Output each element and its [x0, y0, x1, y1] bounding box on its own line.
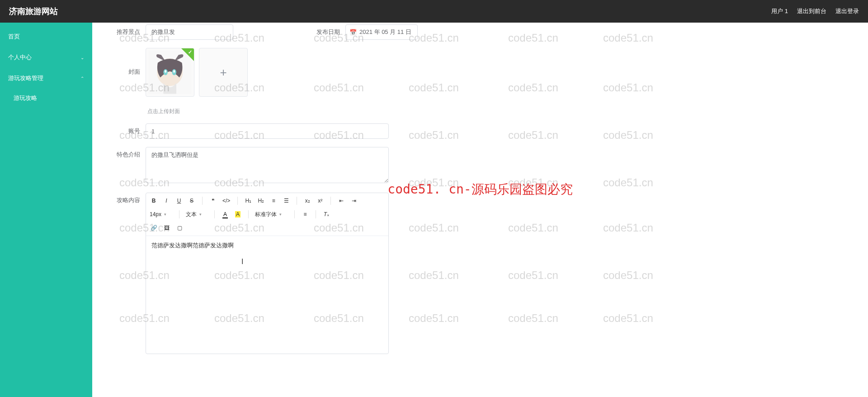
superscript-button[interactable]: x²: [316, 196, 324, 206]
bold-button[interactable]: B: [150, 196, 158, 206]
svg-point-5: [174, 70, 175, 73]
font-family-select[interactable]: 标准字体: [255, 211, 288, 218]
plus-icon: +: [220, 66, 226, 80]
publish-date-label: 发布日期: [306, 28, 345, 36]
unordered-list-button[interactable]: ☰: [282, 196, 290, 206]
ordered-list-button[interactable]: ≡: [269, 196, 278, 206]
check-icon: ✓: [188, 49, 192, 55]
bg-color-button[interactable]: A: [234, 209, 242, 219]
editor-content-area[interactable]: 范德萨发达撒啊范德萨发达撒啊: [146, 236, 388, 354]
sidebar-item-personal[interactable]: 个人中心 ⌄: [0, 47, 92, 68]
feature-textarea[interactable]: [146, 147, 389, 183]
outdent-button[interactable]: ⇥: [350, 196, 358, 206]
recommend-input[interactable]: [146, 24, 233, 40]
cover-hint: 点击上传封面: [147, 108, 248, 115]
cover-upload-add[interactable]: +: [199, 48, 248, 97]
topbar-actions: 用户 1 退出到前台 退出登录: [771, 7, 859, 15]
indent-button[interactable]: ⇤: [337, 196, 345, 206]
calendar-icon: 📅: [349, 29, 357, 36]
exit-front-link[interactable]: 退出到前台: [797, 7, 826, 15]
content-label: 攻略内容: [106, 193, 146, 204]
account-input[interactable]: [146, 123, 389, 139]
video-button[interactable]: ▢: [175, 223, 184, 233]
rich-text-editor: B I U S ❝ </> H₁ H₂ ≡ ☰ x₂ x²: [146, 193, 389, 354]
font-color-button[interactable]: A: [221, 209, 229, 219]
sidebar: 首页 个人中心 ⌄ 游玩攻略管理 ⌃ 游玩攻略: [0, 23, 92, 397]
site-title: 济南旅游网站: [9, 6, 58, 17]
chevron-down-icon: ⌄: [80, 55, 84, 60]
quote-button[interactable]: ❝: [209, 196, 217, 206]
subscript-button[interactable]: x₂: [303, 196, 311, 206]
link-button[interactable]: 🔗: [150, 223, 158, 233]
feature-label: 特色介绍: [106, 147, 146, 159]
align-button[interactable]: ≡: [301, 209, 309, 219]
cover-thumbnail-uploaded[interactable]: ✓: [146, 48, 194, 97]
h2-button[interactable]: H₂: [257, 196, 265, 206]
underline-button[interactable]: U: [175, 196, 183, 206]
strike-button[interactable]: S: [188, 196, 196, 206]
h1-button[interactable]: H₁: [244, 196, 252, 206]
account-label: 账号: [106, 123, 146, 135]
topbar: 济南旅游网站 用户 1 退出到前台 退出登录: [0, 0, 868, 23]
svg-point-4: [165, 70, 167, 73]
font-type-select[interactable]: 文本: [186, 211, 208, 218]
italic-button[interactable]: I: [162, 196, 170, 206]
cover-label: 封面: [106, 48, 146, 76]
logout-link[interactable]: 退出登录: [835, 7, 859, 15]
clear-format-button[interactable]: Tₓ: [322, 209, 330, 219]
sidebar-item-strategy-mgmt[interactable]: 游玩攻略管理 ⌃: [0, 68, 92, 89]
main-content: 推荐景点 发布日期 📅 2021 年 05 月 11 日 封面: [92, 23, 868, 397]
code-button[interactable]: </>: [222, 196, 231, 206]
font-size-select[interactable]: 14px: [150, 211, 173, 217]
recommend-label: 推荐景点: [106, 28, 146, 36]
user-label[interactable]: 用户 1: [771, 7, 788, 15]
sidebar-item-strategy[interactable]: 游玩攻略: [0, 89, 92, 108]
image-button[interactable]: 🖼: [163, 223, 171, 233]
chevron-up-icon: ⌃: [80, 76, 84, 81]
editor-toolbar: B I U S ❝ </> H₁ H₂ ≡ ☰ x₂ x²: [146, 193, 388, 236]
sidebar-item-home[interactable]: 首页: [0, 26, 92, 47]
publish-date-input[interactable]: 📅 2021 年 05 月 11 日: [345, 24, 418, 40]
